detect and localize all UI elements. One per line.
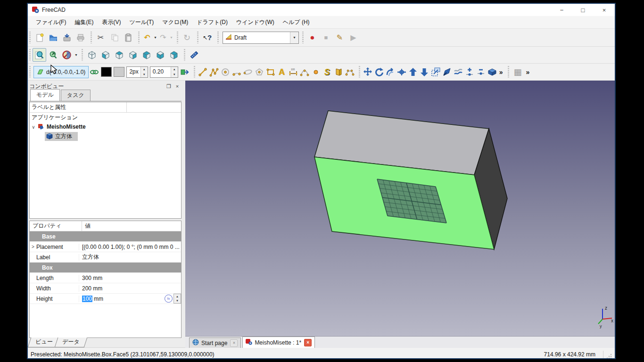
label-name[interactable]: Label (36, 254, 79, 261)
new-file-button[interactable] (33, 31, 46, 44)
redo-button[interactable]: ↷ (157, 31, 169, 44)
draft-trimex-button[interactable] (396, 65, 407, 79)
draft-move-button[interactable] (362, 65, 373, 79)
draft-downgrade-button[interactable] (419, 65, 430, 79)
draft-offset-button[interactable] (385, 65, 396, 79)
workbench-dropdown-arrow[interactable]: ▼ (290, 32, 298, 43)
draft-scale-button[interactable] (430, 65, 441, 79)
tab-document[interactable]: MeishoMisette : 1* × (242, 337, 315, 348)
draft-bspline-button[interactable] (299, 65, 310, 79)
draft-wpproxy-button[interactable] (487, 65, 498, 79)
fit-all-button[interactable] (33, 48, 46, 62)
length-value[interactable]: 300 mm (79, 275, 181, 281)
draft-shapestring-button[interactable]: S (322, 65, 333, 79)
modify-overflow-chevron[interactable]: » (498, 68, 504, 76)
label-value[interactable]: 立方体 (79, 253, 181, 261)
macro-stop-button[interactable]: ■ (319, 31, 333, 44)
tab-task[interactable]: タスク (61, 90, 91, 101)
draft-grid-toggle-button[interactable]: ▦ (511, 65, 525, 79)
workbench-selector[interactable]: Draft ▼ (223, 32, 299, 44)
expression-editor-icon[interactable]: fx (165, 295, 173, 303)
view-rear-button[interactable] (140, 48, 153, 62)
draft-rectangle-button[interactable] (265, 65, 276, 79)
paste-button[interactable] (121, 31, 135, 44)
document-tab-close-icon[interactable]: × (304, 339, 312, 346)
placement-name[interactable]: Placement (36, 244, 79, 250)
tab-start-page[interactable]: Start page × (189, 337, 241, 348)
property-row-width[interactable]: Width 200 mm (30, 283, 181, 294)
draft-circle-button[interactable] (220, 65, 231, 79)
placement-expander-icon[interactable]: > (30, 244, 36, 249)
tab-model[interactable]: モデル (30, 89, 60, 101)
maximize-button[interactable]: □ (572, 4, 594, 16)
undo-button[interactable]: ↶ (141, 31, 153, 44)
macro-record-button[interactable]: ● (305, 31, 319, 44)
minimize-button[interactable]: − (551, 4, 572, 16)
open-file-button[interactable] (46, 31, 60, 44)
3d-viewport[interactable]: z x y (185, 81, 615, 336)
draft-wire-button[interactable] (208, 65, 220, 79)
tree-expander-icon[interactable]: ∨ (30, 124, 37, 130)
height-name[interactable]: Height (36, 296, 79, 302)
height-spinner[interactable]: ▲ ▼ (173, 294, 181, 304)
menu-help[interactable]: ヘルプ (H) (279, 16, 314, 28)
text-size-up-arrow[interactable]: ▲ (171, 67, 178, 72)
redo-dropdown-arrow[interactable]: ▼ (169, 36, 173, 39)
undo-dropdown-arrow[interactable]: ▼ (153, 36, 157, 39)
draft-facebinder-button[interactable] (333, 65, 344, 79)
tree-row-box[interactable]: 立方体 (30, 132, 181, 141)
menu-window[interactable]: ウインドウ(W) (232, 16, 279, 28)
snap-overflow-chevron[interactable]: » (525, 68, 531, 76)
draft-upgrade-button[interactable] (407, 65, 419, 79)
cut-button[interactable]: ✂ (94, 31, 107, 44)
panel-float-button[interactable]: ❐ (165, 83, 173, 90)
view-front-button[interactable] (99, 48, 112, 62)
text-size-spinbox[interactable]: 0.20 ▲▼ (150, 66, 178, 78)
draft-arc-button[interactable] (231, 65, 242, 79)
draft-subelement-button[interactable] (453, 65, 464, 79)
construction-mode-button[interactable] (89, 65, 100, 79)
menu-macro[interactable]: マクロ(M) (158, 16, 192, 28)
draft-dimension-button[interactable]: 100 (288, 65, 299, 79)
face-color-swatch[interactable] (114, 67, 124, 77)
view-top-button[interactable] (112, 48, 126, 62)
height-spin-up-arrow[interactable]: ▲ (174, 294, 181, 299)
line-width-up-arrow[interactable]: ▲ (141, 67, 148, 72)
width-value[interactable]: 200 mm (79, 285, 181, 292)
macro-play-button[interactable]: ▶ (347, 31, 360, 44)
fit-selection-button[interactable] (46, 48, 60, 62)
height-edit-value[interactable]: 100 (82, 296, 92, 302)
line-color-swatch[interactable] (101, 67, 112, 77)
macro-edit-button[interactable]: ✎ (333, 31, 347, 44)
tab-data-properties[interactable]: データ (54, 337, 87, 347)
property-row-height[interactable]: Height 100 mm fx ▲ ▼ (30, 294, 181, 304)
line-width-down-arrow[interactable]: ▼ (141, 72, 148, 77)
length-name[interactable]: Length (36, 275, 79, 281)
draft-line-button[interactable] (197, 65, 208, 79)
draft-bezier-button[interactable] (344, 65, 355, 79)
close-button[interactable]: × (594, 4, 615, 16)
copy-button[interactable] (107, 31, 121, 44)
draft-edit-button[interactable] (441, 65, 453, 79)
menu-edit[interactable]: 編集(E) (70, 16, 98, 28)
tree-row-application[interactable]: アプリケーション (30, 113, 181, 122)
draft-text-button[interactable]: A (276, 65, 288, 79)
property-row-length[interactable]: Length 300 mm (30, 273, 181, 283)
view-right-button[interactable] (126, 48, 140, 62)
working-plane-button[interactable]: d(-0.0,-0.0,-1.0) (33, 66, 89, 78)
draw-style-button[interactable] (60, 48, 74, 62)
height-value-field[interactable]: 100 mm fx ▲ ▼ (79, 294, 181, 304)
draft-rotate-button[interactable] (373, 65, 385, 79)
draft-polygon-button[interactable] (254, 65, 265, 79)
width-name[interactable]: Width (36, 285, 79, 292)
view-left-button[interactable] (167, 48, 181, 62)
menu-view[interactable]: 表示(V) (98, 16, 125, 28)
draft-addpoint-button[interactable] (464, 65, 475, 79)
menu-file[interactable]: ファイル(F) (32, 16, 70, 28)
placement-value[interactable]: [(0.00 0.00 1.00); 0 °; (0 mm 0 mm 0 ... (79, 244, 181, 250)
apply-style-button[interactable] (179, 65, 190, 79)
view-bottom-button[interactable] (153, 48, 167, 62)
line-width-spinbox[interactable]: 2px ▲▼ (126, 66, 148, 78)
property-row-label[interactable]: Label 立方体 (30, 252, 181, 263)
menu-draft[interactable]: ドラフト(D) (192, 16, 232, 28)
